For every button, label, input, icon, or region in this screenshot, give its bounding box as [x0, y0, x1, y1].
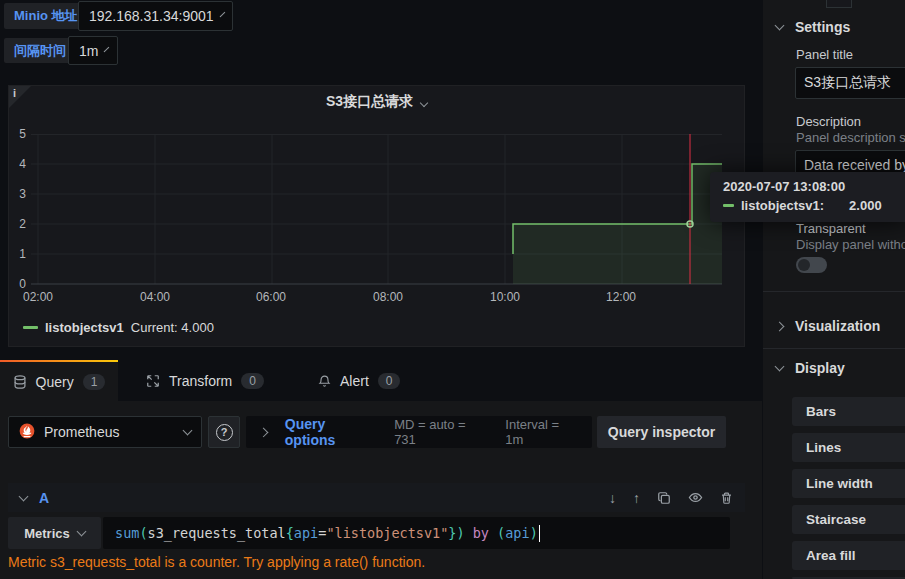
display-option-linewidth[interactable]: Line width [792, 469, 905, 498]
display-title: Display [795, 360, 845, 376]
y-tick: 1 [9, 248, 26, 260]
expr-token: ( [497, 525, 505, 541]
query-tab-content: Prometheus ? Query options MD = auto = 7… [0, 401, 762, 579]
expr-token: s3_requests_total [148, 525, 286, 541]
counter-warning-text: Metric s3_requests_total is a counter. T… [8, 554, 425, 570]
metrics-dropdown[interactable]: Metrics [8, 517, 101, 549]
chevron-right-icon [775, 321, 785, 331]
tab-count-badge: 0 [378, 373, 401, 389]
chart-panel: i S3接口总请求 5 4 3 2 1 0 02:00 04:00 [8, 85, 745, 347]
chevron-down-icon [183, 426, 193, 436]
tab-label: Alert [340, 373, 369, 389]
expr-token: "listobjectsv1" [326, 525, 448, 541]
series-color-icon [723, 204, 734, 207]
move-query-down-button[interactable]: ↓ [609, 490, 616, 506]
transform-icon [146, 374, 160, 388]
expr-token: api [294, 525, 318, 541]
chevron-down-icon [775, 21, 785, 31]
tooltip-value: 2.000 [849, 198, 882, 213]
grafana-panel-edit-screen: Minio 地址 192.168.31.34:9001 间隔时间 1m i S3… [0, 0, 905, 579]
tab-transform[interactable]: Transform 0 [146, 360, 264, 401]
datasource-name: Prometheus [44, 424, 119, 440]
datasource-help-button[interactable]: ? [208, 416, 240, 448]
options-sidebar: Settings Panel title S3接口总请求 Description… [763, 0, 905, 579]
text-cursor [539, 525, 540, 542]
x-tick: 04:00 [140, 290, 170, 304]
x-tick: 02:00 [23, 290, 53, 304]
transparent-toggle[interactable] [796, 257, 827, 273]
panel-title-label: Panel title [796, 47, 853, 62]
section-visualization[interactable]: Visualization [776, 318, 880, 334]
variable-value-interval: 1m [79, 43, 98, 59]
section-display[interactable]: Display [776, 360, 845, 376]
y-tick: 5 [9, 128, 26, 140]
x-tick: 12:00 [606, 290, 636, 304]
tooltip-series-name: listobjectsv1: [741, 198, 824, 213]
expr-token: { [286, 525, 294, 541]
bell-icon [318, 374, 331, 388]
query-row-header[interactable]: A ↓ ↑ [8, 483, 745, 512]
display-option-staircase[interactable]: Staircase [792, 505, 905, 534]
expr-token: } [448, 525, 456, 541]
chevron-down-icon [775, 362, 785, 372]
interval-stat: Interval = 1m [505, 417, 578, 447]
partial-field [826, 0, 852, 8]
promql-expression-input[interactable]: sum(s3_requests_total{api="listobjectsv1… [103, 517, 730, 549]
tooltip-time: 2020-07-07 13:08:00 [723, 179, 896, 194]
variable-dropdown-interval[interactable]: 1m [68, 36, 118, 65]
display-option-bars[interactable]: Bars [792, 397, 905, 426]
tab-label: Query [36, 374, 74, 390]
metrics-label: Metrics [24, 526, 70, 541]
tab-alert[interactable]: Alert 0 [318, 360, 400, 401]
max-datapoints-stat: MD = auto = 731 [394, 417, 487, 447]
tab-count-badge: 1 [83, 374, 106, 390]
query-options-label: Query options [285, 416, 376, 448]
x-tick: 08:00 [373, 290, 403, 304]
panel-title-text: S3接口总请求 [326, 93, 413, 109]
chevron-down-icon [420, 99, 428, 107]
settings-title: Settings [795, 19, 850, 35]
expr-token: by [465, 525, 498, 541]
query-inspector-button[interactable]: Query inspector [597, 416, 726, 448]
query-ref-id: A [39, 490, 49, 506]
disable-query-button[interactable] [688, 490, 703, 505]
expr-token: sum [115, 525, 139, 541]
chart-legend: listobjectsv1 Current: 4.000 [23, 320, 214, 335]
display-option-lines[interactable]: Lines [792, 433, 905, 462]
tab-label: Transform [169, 373, 232, 389]
y-tick: 3 [9, 188, 26, 200]
variable-value-minio: 192.168.31.34:9001 [89, 8, 214, 24]
chevron-down-icon [219, 12, 225, 18]
transparent-label: Transparent [796, 221, 866, 236]
editor-tabbar: Query 1 Transform 0 Alert 0 [0, 360, 762, 401]
panel-header[interactable]: S3接口总请求 [9, 93, 744, 111]
variable-dropdown-minio[interactable]: 192.168.31.34:9001 [78, 1, 233, 31]
expr-token: ) [530, 525, 538, 541]
datasource-picker[interactable]: Prometheus [8, 416, 202, 448]
delete-query-button[interactable] [720, 491, 733, 505]
variable-label-minio: Minio 地址 [4, 3, 88, 29]
legend-series-name[interactable]: listobjectsv1 [45, 320, 124, 335]
help-circle-icon: ? [216, 424, 233, 441]
expr-token: api [505, 525, 529, 541]
expr-token: ( [139, 525, 147, 541]
duplicate-query-button[interactable] [657, 491, 671, 505]
chevron-down-icon [104, 46, 110, 52]
tab-query[interactable]: Query 1 [0, 360, 118, 401]
panel-title-input[interactable]: S3接口总请求 [795, 67, 905, 99]
section-settings[interactable]: Settings [776, 19, 850, 35]
variable-label-interval: 间隔时间 [4, 38, 76, 63]
x-tick: 10:00 [490, 290, 520, 304]
y-tick: 4 [9, 158, 26, 170]
display-option-areafill[interactable]: Area fill [792, 541, 905, 570]
description-label: Description [796, 114, 861, 129]
time-series-plot[interactable] [31, 134, 722, 285]
tab-count-badge: 0 [241, 373, 264, 389]
prometheus-icon [19, 423, 35, 442]
chevron-down-icon [76, 527, 86, 537]
move-query-up-button[interactable]: ↑ [633, 490, 640, 506]
legend-current-value: Current: 4.000 [131, 320, 214, 335]
y-tick: 2 [9, 218, 26, 230]
database-icon [13, 375, 27, 389]
query-options-header[interactable]: Query options MD = auto = 731 Interval =… [246, 416, 592, 448]
